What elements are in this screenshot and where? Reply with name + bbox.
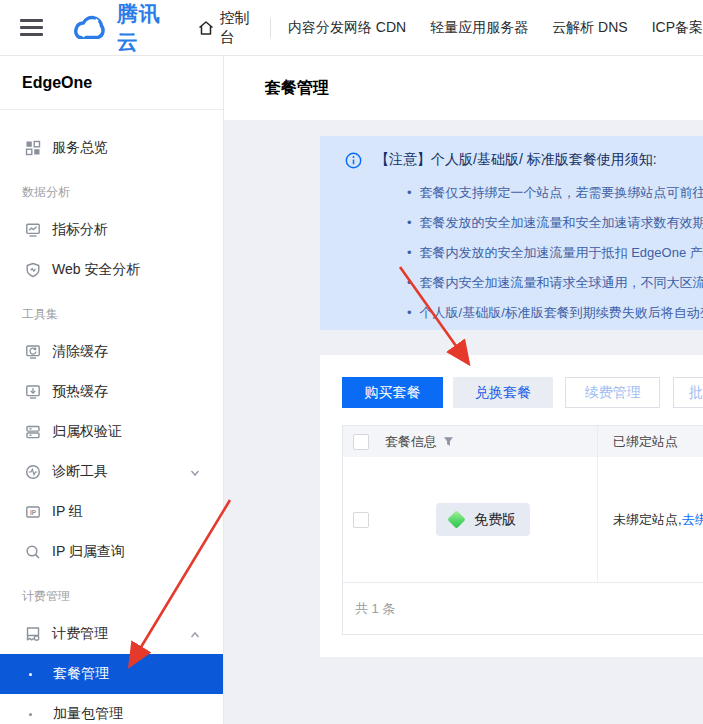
brand-logo[interactable]: 腾讯云 [70, 0, 169, 56]
ip-group-icon: IP [25, 504, 41, 520]
brand-text: 腾讯云 [117, 0, 169, 56]
sidebar-item-overview[interactable]: 服务总览 [0, 128, 223, 168]
hamburger-menu-icon[interactable] [20, 15, 43, 40]
sidebar-item-label: 计费管理 [52, 625, 108, 643]
renewal-management-button[interactable]: 续费管理 [565, 377, 660, 408]
product-title: EdgeOne [0, 56, 223, 110]
page-title: 套餐管理 [265, 78, 329, 99]
column-plan-info: 套餐信息 [385, 433, 437, 451]
sidebar-menu: 服务总览 数据分析 指标分析 Web 安全分析 工具集 [0, 110, 223, 724]
sidebar-section-data-analysis: 数据分析 [0, 174, 223, 210]
sidebar-item-preheat-cache[interactable]: 预热缓存 [0, 372, 223, 412]
topbar-divider [270, 18, 271, 38]
sidebar-item-label: IP 归属查询 [52, 543, 125, 561]
sidebar-item-label: 归属权验证 [52, 423, 122, 441]
nav-item-dns[interactable]: 云解析 DNS [552, 19, 627, 37]
total-count: 共 1 条 [355, 600, 395, 618]
sidebar-item-billing[interactable]: 计费管理 [0, 614, 223, 654]
notice-bullet: •套餐内安全加速流量和请求全球通用，不同大区流量抵扣 [407, 268, 703, 298]
home-icon [197, 19, 215, 37]
redeem-plan-button[interactable]: 兑换套餐 [453, 377, 553, 408]
notice-banner: 【注意】个人版/基础版/ 标准版套餐使用须知: •套餐仅支持绑定一个站点，若需要… [320, 136, 703, 330]
cloud-logo-icon [70, 14, 110, 42]
sidebar-section-billing: 计费管理 [0, 578, 223, 614]
filter-icon[interactable] [443, 436, 454, 447]
chart-monitor-icon [25, 222, 41, 238]
billing-icon [25, 626, 41, 642]
bind-site-link[interactable]: 去绑定 [682, 511, 703, 529]
sidebar-item-ip-group[interactable]: IP IP 组 [0, 492, 223, 532]
sidebar-item-plan-management[interactable]: 套餐管理 [0, 654, 223, 694]
notice-bullet: •套餐发放的安全加速流量和安全加速请求数有效期1个月 [407, 208, 703, 238]
toolbar: 购买套餐 兑换套餐 续费管理 批量续费 [342, 377, 703, 408]
batch-renewal-button[interactable]: 批量续费 [673, 377, 703, 408]
sidebar-item-label: 服务总览 [52, 139, 108, 157]
nav-item-lighthouse[interactable]: 轻量应用服务器 [430, 19, 528, 37]
buy-plan-button[interactable]: 购买套餐 [342, 377, 443, 408]
sidebar-item-purge-cache[interactable]: 清除缓存 [0, 332, 223, 372]
sidebar-item-label: IP 组 [52, 503, 83, 521]
sidebar-item-addon-management[interactable]: 加量包管理 [0, 694, 223, 724]
notice-bullet-list: •套餐仅支持绑定一个站点，若需要换绑站点可前往 服务总览 •套餐发放的安全加速流… [407, 178, 703, 328]
notice-title: 【注意】个人版/基础版/ 标准版套餐使用须知: [375, 151, 657, 169]
bullet-dot [29, 713, 32, 716]
main-content: 套餐管理 【注意】个人版/基础版/ 标准版套餐使用须知: •套餐仅支持绑定一个站… [224, 56, 703, 724]
sidebar-item-web-security[interactable]: Web 安全分析 [0, 250, 223, 290]
bullet-dot [29, 673, 32, 676]
topbar: 腾讯云 控制台 内容分发网络 CDN 轻量应用服务器 云解析 DNS ICP备案 [0, 0, 703, 56]
sidebar-item-label: 预热缓存 [52, 383, 108, 401]
shield-icon [25, 262, 41, 278]
plan-card: 购买套餐 兑换套餐 续费管理 批量续费 套餐信息 [320, 355, 703, 657]
chevron-up-icon [189, 628, 201, 644]
row-checkbox[interactable] [353, 512, 369, 528]
svg-text:IP: IP [30, 509, 37, 516]
info-icon [345, 152, 362, 169]
preheat-cache-icon [25, 384, 41, 400]
sidebar-item-ip-lookup[interactable]: IP 归属查询 [0, 532, 223, 572]
select-all-checkbox[interactable] [353, 434, 369, 450]
table-header: 套餐信息 已绑定站点 [343, 426, 703, 457]
sidebar-item-label: Web 安全分析 [52, 261, 140, 279]
plan-table: 套餐信息 已绑定站点 免费版 [342, 425, 703, 635]
sidebar-item-label: 加量包管理 [53, 705, 123, 723]
column-bound-site: 已绑定站点 [597, 426, 703, 457]
diagnose-icon [25, 464, 41, 480]
page: 腾讯云 控制台 内容分发网络 CDN 轻量应用服务器 云解析 DNS ICP备案… [0, 0, 703, 724]
topbar-nav: 内容分发网络 CDN 轻量应用服务器 云解析 DNS ICP备案 [288, 19, 703, 37]
sidebar-item-diagnose[interactable]: 诊断工具 [0, 452, 223, 492]
sidebar-item-label: 套餐管理 [53, 665, 109, 683]
sidebar-item-metrics[interactable]: 指标分析 [0, 210, 223, 250]
main-header: 套餐管理 [224, 56, 703, 120]
console-link[interactable]: 控制台 [197, 9, 256, 47]
bound-site-text: 未绑定站点, [613, 511, 682, 529]
console-label: 控制台 [220, 9, 256, 47]
nav-item-icp[interactable]: ICP备案 [652, 19, 703, 37]
table-footer: 共 1 条 [343, 582, 703, 634]
grid-icon [25, 140, 41, 156]
purge-cache-icon [25, 344, 41, 360]
notice-bullet: •套餐仅支持绑定一个站点，若需要换绑站点可前往 服务总览 [407, 178, 703, 208]
sidebar-section-tools: 工具集 [0, 296, 223, 332]
ip-search-icon [25, 544, 41, 560]
ownership-icon [25, 424, 41, 440]
notice-bullet: •套餐内发放的安全加速流量用于抵扣 EdgeOne 产生的 [407, 238, 703, 268]
sidebar-item-label: 清除缓存 [52, 343, 108, 361]
notice-bullet: •个人版/基础版/标准版套餐到期续费失败后将自动变更为 [407, 298, 703, 328]
chevron-down-icon [189, 466, 201, 482]
plan-badge: 免费版 [436, 503, 530, 536]
table-row: 免费版 未绑定站点, 去绑定 [343, 457, 703, 582]
plan-badge-label: 免费版 [474, 511, 516, 529]
sidebar-item-label: 诊断工具 [52, 463, 108, 481]
nav-item-cdn[interactable]: 内容分发网络 CDN [288, 19, 406, 37]
sidebar: EdgeOne 服务总览 数据分析 指标分析 [0, 56, 224, 724]
free-plan-diamond-icon [447, 510, 465, 528]
sidebar-item-ownership[interactable]: 归属权验证 [0, 412, 223, 452]
sidebar-item-label: 指标分析 [52, 221, 108, 239]
